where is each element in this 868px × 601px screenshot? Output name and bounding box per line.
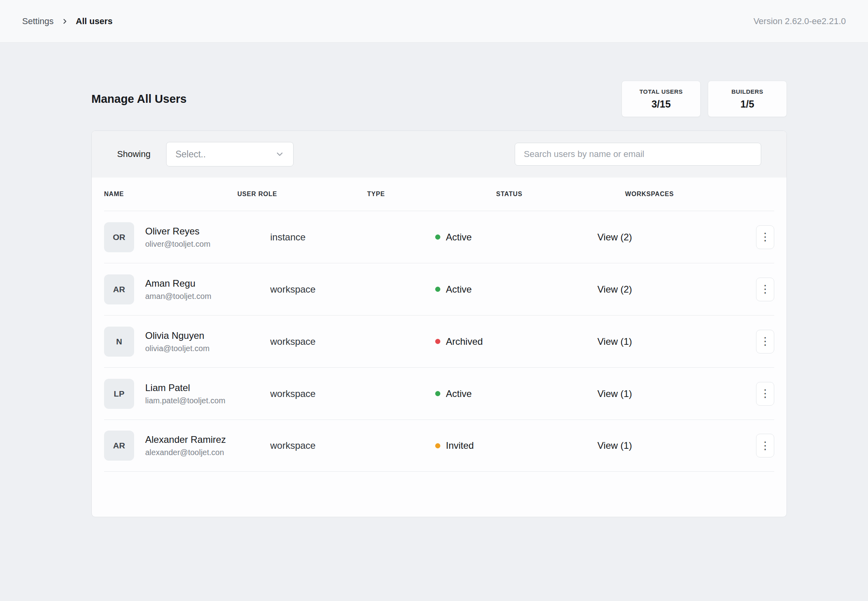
user-name: Alexander Ramirez bbox=[145, 434, 226, 445]
kebab-icon: ⋮ bbox=[760, 388, 771, 399]
column-header-type: TYPE bbox=[367, 191, 496, 198]
avatar: LP bbox=[104, 379, 134, 409]
status-filter-select[interactable]: Select.. bbox=[166, 142, 294, 166]
row-menu-button[interactable]: ⋮ bbox=[756, 225, 774, 249]
actions-cell: ⋮ bbox=[720, 382, 774, 406]
name-cell: AR Alexander Ramirez alexander@tooljet.c… bbox=[104, 431, 270, 461]
workspaces-cell: View (2) bbox=[597, 284, 720, 295]
table-row: AR Alexander Ramirez alexander@tooljet.c… bbox=[104, 420, 774, 472]
name-cell: OR Oliver Reyes oliver@tooljet.com bbox=[104, 222, 270, 252]
user-role: workspace bbox=[270, 284, 435, 295]
avatar: AR bbox=[104, 431, 134, 461]
search-input[interactable] bbox=[515, 143, 761, 166]
view-workspaces-link[interactable]: View (1) bbox=[597, 388, 632, 399]
table-header-row: NAME USER ROLE TYPE STATUS WORKSPACES bbox=[104, 178, 774, 211]
status-label: Active bbox=[446, 388, 472, 399]
view-workspaces-link[interactable]: View (2) bbox=[597, 232, 632, 242]
version-label: Version 2.62.0-ee2.21.0 bbox=[753, 16, 846, 26]
status-dot-icon bbox=[435, 443, 440, 448]
user-email: liam.patel@tooljet.com bbox=[145, 396, 226, 405]
top-bar: Settings All users Version 2.62.0-ee2.21… bbox=[0, 0, 868, 43]
breadcrumb-current: All users bbox=[76, 16, 113, 26]
page-title: Manage All Users bbox=[91, 93, 187, 106]
column-header-workspaces: WORKSPACES bbox=[625, 191, 774, 198]
builders-card: BUILDERS 1/5 bbox=[708, 81, 787, 117]
table-row: N Olivia Nguyen olivia@tooljet.com works… bbox=[104, 315, 774, 367]
name-cell: N Olivia Nguyen olivia@tooljet.com bbox=[104, 327, 270, 357]
user-role: workspace bbox=[270, 336, 435, 347]
showing-label: Showing bbox=[117, 149, 150, 159]
total-users-value: 3/15 bbox=[652, 98, 671, 110]
status-badge: Active bbox=[435, 388, 597, 399]
column-header-user-role: USER ROLE bbox=[237, 191, 367, 198]
user-name: Liam Patel bbox=[145, 382, 226, 393]
status-filter-value: Select.. bbox=[175, 149, 206, 160]
chevron-right-icon bbox=[61, 17, 69, 25]
column-header-status: STATUS bbox=[496, 191, 625, 198]
user-role: instance bbox=[270, 232, 435, 243]
title-row: Manage All Users TOTAL USERS 3/15 BUILDE… bbox=[91, 81, 787, 117]
actions-cell: ⋮ bbox=[720, 225, 774, 249]
table-row: OR Oliver Reyes oliver@tooljet.com insta… bbox=[104, 211, 774, 263]
user-email: alexander@tooljet.con bbox=[145, 448, 226, 457]
status-label: Active bbox=[446, 284, 472, 295]
builders-value: 1/5 bbox=[741, 98, 754, 110]
status-dot-icon bbox=[435, 234, 440, 240]
status-badge: Invited bbox=[435, 440, 597, 451]
breadcrumb-settings-link[interactable]: Settings bbox=[22, 16, 54, 26]
workspaces-cell: View (2) bbox=[597, 232, 720, 243]
actions-cell: ⋮ bbox=[720, 330, 774, 353]
user-name: Aman Regu bbox=[145, 278, 211, 289]
builders-label: BUILDERS bbox=[732, 88, 764, 95]
status-badge: Active bbox=[435, 284, 597, 295]
avatar: AR bbox=[104, 274, 134, 304]
view-workspaces-link[interactable]: View (1) bbox=[597, 440, 632, 451]
view-workspaces-link[interactable]: View (2) bbox=[597, 284, 632, 295]
actions-cell: ⋮ bbox=[720, 434, 774, 457]
breadcrumb: Settings All users bbox=[22, 16, 112, 26]
main-content: Manage All Users TOTAL USERS 3/15 BUILDE… bbox=[91, 81, 787, 517]
view-workspaces-link[interactable]: View (1) bbox=[597, 336, 632, 347]
kebab-icon: ⋮ bbox=[760, 440, 771, 451]
user-name: Olivia Nguyen bbox=[145, 330, 210, 341]
avatar: OR bbox=[104, 222, 134, 252]
total-users-card: TOTAL USERS 3/15 bbox=[622, 81, 701, 117]
kebab-icon: ⋮ bbox=[760, 232, 771, 242]
users-panel: Showing Select.. NAME USER ROLE TYPE STA… bbox=[91, 130, 787, 517]
table-row: AR Aman Regu aman@tooljet.com workspace … bbox=[104, 263, 774, 315]
row-menu-button[interactable]: ⋮ bbox=[756, 434, 774, 457]
avatar: N bbox=[104, 327, 134, 357]
status-badge: Archived bbox=[435, 336, 597, 347]
chevron-down-icon bbox=[275, 149, 284, 159]
users-table: NAME USER ROLE TYPE STATUS WORKSPACES OR… bbox=[92, 178, 787, 472]
actions-cell: ⋮ bbox=[720, 278, 774, 301]
table-row: LP Liam Patel liam.patel@tooljet.com wor… bbox=[104, 367, 774, 420]
row-menu-button[interactable]: ⋮ bbox=[756, 330, 774, 353]
column-header-name: NAME bbox=[104, 191, 237, 198]
status-badge: Active bbox=[435, 232, 597, 243]
name-cell: LP Liam Patel liam.patel@tooljet.com bbox=[104, 379, 270, 409]
kebab-icon: ⋮ bbox=[760, 284, 771, 295]
user-role: workspace bbox=[270, 440, 435, 451]
user-email: aman@tooljet.com bbox=[145, 292, 211, 301]
name-cell: AR Aman Regu aman@tooljet.com bbox=[104, 274, 270, 304]
row-menu-button[interactable]: ⋮ bbox=[756, 382, 774, 406]
user-email: oliver@tooljet.com bbox=[145, 240, 210, 249]
workspaces-cell: View (1) bbox=[597, 388, 720, 399]
stat-cards: TOTAL USERS 3/15 BUILDERS 1/5 bbox=[622, 81, 787, 117]
workspaces-cell: View (1) bbox=[597, 336, 720, 347]
user-name: Oliver Reyes bbox=[145, 226, 210, 237]
kebab-icon: ⋮ bbox=[760, 336, 771, 347]
status-dot-icon bbox=[435, 339, 440, 344]
user-email: olivia@tooljet.com bbox=[145, 344, 210, 353]
status-label: Active bbox=[446, 232, 472, 243]
filter-row: Showing Select.. bbox=[92, 131, 787, 178]
workspaces-cell: View (1) bbox=[597, 440, 720, 451]
status-label: Archived bbox=[446, 336, 483, 347]
status-label: Invited bbox=[446, 440, 474, 451]
total-users-label: TOTAL USERS bbox=[639, 88, 683, 95]
row-menu-button[interactable]: ⋮ bbox=[756, 278, 774, 301]
user-role: workspace bbox=[270, 388, 435, 399]
status-dot-icon bbox=[435, 391, 440, 396]
status-dot-icon bbox=[435, 287, 440, 292]
